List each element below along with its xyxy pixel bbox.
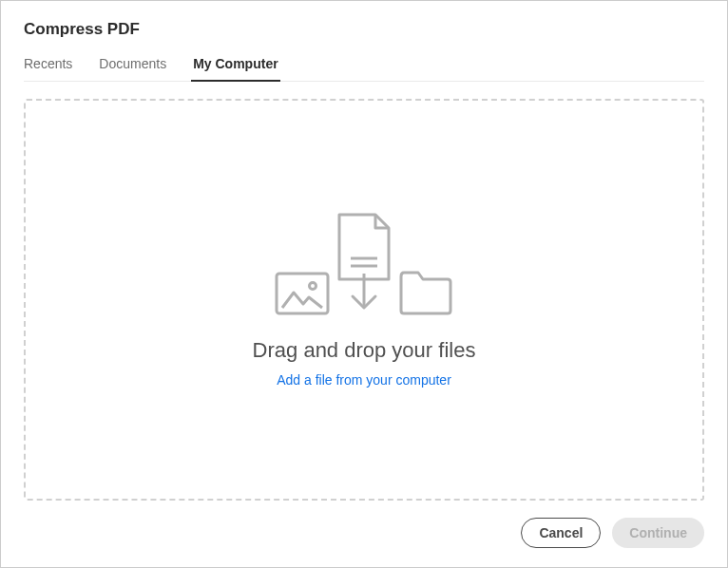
tab-recents[interactable]: Recents bbox=[24, 56, 72, 81]
dropzone-heading: Drag and drop your files bbox=[253, 338, 476, 363]
image-icon bbox=[275, 272, 330, 315]
folder-icon bbox=[398, 270, 453, 315]
dropzone-illustration bbox=[275, 213, 453, 315]
continue-button: Continue bbox=[612, 518, 704, 548]
tab-documents[interactable]: Documents bbox=[99, 56, 166, 81]
document-download-icon bbox=[335, 213, 393, 315]
svg-point-1 bbox=[310, 282, 316, 289]
tabs: Recents Documents My Computer bbox=[24, 56, 704, 82]
tab-my-computer[interactable]: My Computer bbox=[193, 56, 278, 81]
cancel-button[interactable]: Cancel bbox=[521, 518, 601, 548]
file-dropzone[interactable]: Drag and drop your files Add a file from… bbox=[24, 99, 704, 501]
footer-buttons: Cancel Continue bbox=[24, 518, 704, 548]
page-title: Compress PDF bbox=[24, 20, 704, 39]
add-file-link[interactable]: Add a file from your computer bbox=[277, 372, 451, 388]
